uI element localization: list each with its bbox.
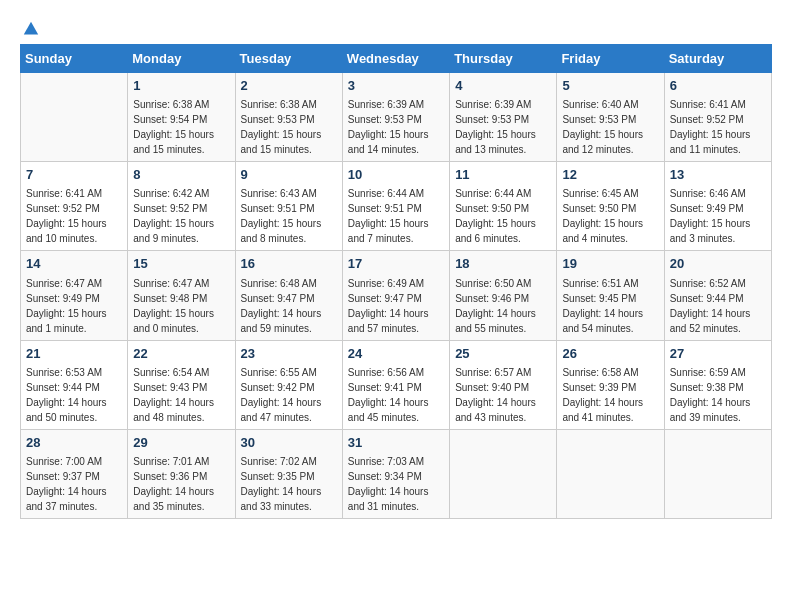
day-info: Sunrise: 6:54 AMSunset: 9:43 PMDaylight:… [133, 365, 229, 425]
calendar-day-cell: 1Sunrise: 6:38 AMSunset: 9:54 PMDaylight… [128, 73, 235, 162]
day-info: Sunrise: 6:50 AMSunset: 9:46 PMDaylight:… [455, 276, 551, 336]
day-info: Sunrise: 6:49 AMSunset: 9:47 PMDaylight:… [348, 276, 444, 336]
calendar-week-row: 1Sunrise: 6:38 AMSunset: 9:54 PMDaylight… [21, 73, 772, 162]
calendar-day-cell: 11Sunrise: 6:44 AMSunset: 9:50 PMDayligh… [450, 162, 557, 251]
calendar-day-cell [664, 429, 771, 518]
day-number: 1 [133, 77, 229, 95]
calendar-day-cell [21, 73, 128, 162]
calendar-day-cell: 23Sunrise: 6:55 AMSunset: 9:42 PMDayligh… [235, 340, 342, 429]
day-info: Sunrise: 6:46 AMSunset: 9:49 PMDaylight:… [670, 186, 766, 246]
day-info: Sunrise: 6:52 AMSunset: 9:44 PMDaylight:… [670, 276, 766, 336]
day-number: 12 [562, 166, 658, 184]
logo [20, 20, 40, 34]
day-info: Sunrise: 6:40 AMSunset: 9:53 PMDaylight:… [562, 97, 658, 157]
weekday-header: Sunday [21, 45, 128, 73]
svg-marker-0 [24, 22, 38, 35]
day-info: Sunrise: 6:41 AMSunset: 9:52 PMDaylight:… [26, 186, 122, 246]
calendar-day-cell: 19Sunrise: 6:51 AMSunset: 9:45 PMDayligh… [557, 251, 664, 340]
day-number: 20 [670, 255, 766, 273]
day-info: Sunrise: 6:55 AMSunset: 9:42 PMDaylight:… [241, 365, 337, 425]
day-info: Sunrise: 6:38 AMSunset: 9:54 PMDaylight:… [133, 97, 229, 157]
day-number: 29 [133, 434, 229, 452]
day-info: Sunrise: 7:00 AMSunset: 9:37 PMDaylight:… [26, 454, 122, 514]
calendar-table: SundayMondayTuesdayWednesdayThursdayFrid… [20, 44, 772, 519]
day-info: Sunrise: 6:44 AMSunset: 9:50 PMDaylight:… [455, 186, 551, 246]
calendar-day-cell: 16Sunrise: 6:48 AMSunset: 9:47 PMDayligh… [235, 251, 342, 340]
day-number: 9 [241, 166, 337, 184]
weekday-header: Friday [557, 45, 664, 73]
weekday-header: Thursday [450, 45, 557, 73]
day-number: 25 [455, 345, 551, 363]
day-number: 24 [348, 345, 444, 363]
day-number: 10 [348, 166, 444, 184]
day-number: 30 [241, 434, 337, 452]
day-number: 7 [26, 166, 122, 184]
day-number: 13 [670, 166, 766, 184]
calendar-day-cell: 9Sunrise: 6:43 AMSunset: 9:51 PMDaylight… [235, 162, 342, 251]
day-number: 4 [455, 77, 551, 95]
day-number: 22 [133, 345, 229, 363]
day-info: Sunrise: 6:58 AMSunset: 9:39 PMDaylight:… [562, 365, 658, 425]
weekday-header: Saturday [664, 45, 771, 73]
day-info: Sunrise: 6:47 AMSunset: 9:49 PMDaylight:… [26, 276, 122, 336]
day-info: Sunrise: 6:47 AMSunset: 9:48 PMDaylight:… [133, 276, 229, 336]
calendar-day-cell: 30Sunrise: 7:02 AMSunset: 9:35 PMDayligh… [235, 429, 342, 518]
day-number: 26 [562, 345, 658, 363]
calendar-day-cell: 29Sunrise: 7:01 AMSunset: 9:36 PMDayligh… [128, 429, 235, 518]
calendar-day-cell: 24Sunrise: 6:56 AMSunset: 9:41 PMDayligh… [342, 340, 449, 429]
day-info: Sunrise: 6:43 AMSunset: 9:51 PMDaylight:… [241, 186, 337, 246]
day-number: 15 [133, 255, 229, 273]
day-number: 18 [455, 255, 551, 273]
day-info: Sunrise: 6:57 AMSunset: 9:40 PMDaylight:… [455, 365, 551, 425]
day-number: 5 [562, 77, 658, 95]
day-info: Sunrise: 7:03 AMSunset: 9:34 PMDaylight:… [348, 454, 444, 514]
day-number: 11 [455, 166, 551, 184]
day-info: Sunrise: 6:45 AMSunset: 9:50 PMDaylight:… [562, 186, 658, 246]
header [20, 20, 772, 34]
day-number: 27 [670, 345, 766, 363]
day-number: 28 [26, 434, 122, 452]
calendar-week-row: 14Sunrise: 6:47 AMSunset: 9:49 PMDayligh… [21, 251, 772, 340]
calendar-day-cell: 8Sunrise: 6:42 AMSunset: 9:52 PMDaylight… [128, 162, 235, 251]
calendar-week-row: 21Sunrise: 6:53 AMSunset: 9:44 PMDayligh… [21, 340, 772, 429]
day-info: Sunrise: 6:48 AMSunset: 9:47 PMDaylight:… [241, 276, 337, 336]
calendar-day-cell: 6Sunrise: 6:41 AMSunset: 9:52 PMDaylight… [664, 73, 771, 162]
day-info: Sunrise: 6:44 AMSunset: 9:51 PMDaylight:… [348, 186, 444, 246]
calendar-header: SundayMondayTuesdayWednesdayThursdayFrid… [21, 45, 772, 73]
day-info: Sunrise: 7:02 AMSunset: 9:35 PMDaylight:… [241, 454, 337, 514]
calendar-day-cell: 22Sunrise: 6:54 AMSunset: 9:43 PMDayligh… [128, 340, 235, 429]
calendar-day-cell: 17Sunrise: 6:49 AMSunset: 9:47 PMDayligh… [342, 251, 449, 340]
day-info: Sunrise: 6:42 AMSunset: 9:52 PMDaylight:… [133, 186, 229, 246]
calendar-day-cell: 3Sunrise: 6:39 AMSunset: 9:53 PMDaylight… [342, 73, 449, 162]
day-info: Sunrise: 6:59 AMSunset: 9:38 PMDaylight:… [670, 365, 766, 425]
day-number: 2 [241, 77, 337, 95]
day-number: 19 [562, 255, 658, 273]
calendar-day-cell: 4Sunrise: 6:39 AMSunset: 9:53 PMDaylight… [450, 73, 557, 162]
calendar-day-cell: 20Sunrise: 6:52 AMSunset: 9:44 PMDayligh… [664, 251, 771, 340]
day-number: 16 [241, 255, 337, 273]
logo-icon [22, 20, 40, 38]
day-info: Sunrise: 6:39 AMSunset: 9:53 PMDaylight:… [455, 97, 551, 157]
day-info: Sunrise: 6:38 AMSunset: 9:53 PMDaylight:… [241, 97, 337, 157]
day-number: 31 [348, 434, 444, 452]
calendar-day-cell: 13Sunrise: 6:46 AMSunset: 9:49 PMDayligh… [664, 162, 771, 251]
day-number: 17 [348, 255, 444, 273]
day-number: 3 [348, 77, 444, 95]
calendar-week-row: 7Sunrise: 6:41 AMSunset: 9:52 PMDaylight… [21, 162, 772, 251]
day-number: 21 [26, 345, 122, 363]
day-number: 6 [670, 77, 766, 95]
calendar-day-cell: 15Sunrise: 6:47 AMSunset: 9:48 PMDayligh… [128, 251, 235, 340]
calendar-day-cell: 5Sunrise: 6:40 AMSunset: 9:53 PMDaylight… [557, 73, 664, 162]
day-info: Sunrise: 6:39 AMSunset: 9:53 PMDaylight:… [348, 97, 444, 157]
calendar-day-cell [450, 429, 557, 518]
calendar-day-cell: 28Sunrise: 7:00 AMSunset: 9:37 PMDayligh… [21, 429, 128, 518]
weekday-header: Tuesday [235, 45, 342, 73]
calendar-day-cell: 31Sunrise: 7:03 AMSunset: 9:34 PMDayligh… [342, 429, 449, 518]
day-number: 23 [241, 345, 337, 363]
calendar-day-cell: 27Sunrise: 6:59 AMSunset: 9:38 PMDayligh… [664, 340, 771, 429]
day-info: Sunrise: 6:51 AMSunset: 9:45 PMDaylight:… [562, 276, 658, 336]
calendar-day-cell: 14Sunrise: 6:47 AMSunset: 9:49 PMDayligh… [21, 251, 128, 340]
weekday-header: Monday [128, 45, 235, 73]
calendar-day-cell: 18Sunrise: 6:50 AMSunset: 9:46 PMDayligh… [450, 251, 557, 340]
day-number: 14 [26, 255, 122, 273]
